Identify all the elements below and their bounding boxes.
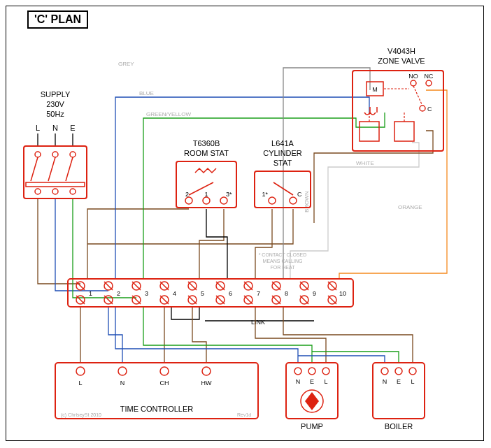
svg-point-16: [185, 197, 192, 204]
svg-rect-28: [360, 122, 379, 141]
svg-point-82: [381, 368, 388, 375]
svg-point-73: [118, 367, 127, 375]
wire-label-orange: ORANGE: [398, 204, 422, 210]
supply-l: L: [36, 124, 40, 132]
wire-label-white: WHITE: [356, 160, 374, 166]
jb-6: 6: [229, 290, 232, 297]
svg-point-74: [160, 367, 169, 375]
supply-e: E: [70, 124, 75, 132]
svg-point-78: [308, 368, 315, 375]
boiler: N E L BOILER: [373, 363, 425, 431]
boiler-name: BOILER: [385, 422, 413, 431]
tc-name: TIME CONTROLLER: [120, 405, 194, 413]
svg-line-7: [31, 157, 38, 181]
jb-9: 9: [313, 290, 316, 297]
wire-label-greenyellow: GREEN/YELLOW: [146, 111, 191, 117]
zv-m: M: [372, 86, 378, 93]
svg-point-18: [220, 197, 227, 204]
cyl-note3: FOR HEAT: [271, 265, 296, 270]
cyl-note1: * CONTACT CLOSED: [259, 252, 307, 257]
cyl-stat-tc: C: [297, 191, 302, 198]
jb-2: 2: [117, 290, 120, 297]
tc-hw: HW: [201, 380, 212, 386]
wire-label-brown: BROWN: [304, 191, 310, 212]
supply-n: N: [52, 124, 58, 132]
credits-rev: Rev1d: [237, 412, 251, 417]
svg-point-84: [409, 368, 416, 375]
jb-4: 4: [173, 290, 176, 297]
svg-point-21: [269, 197, 276, 204]
svg-point-26: [426, 80, 432, 86]
tc-l: L: [78, 380, 82, 386]
wire-label-blue: BLUE: [139, 90, 154, 96]
svg-point-75: [202, 367, 211, 375]
svg-point-77: [294, 368, 301, 375]
jb-7: 7: [257, 290, 260, 297]
cyl-stat-name: CYLINDER: [263, 149, 302, 157]
svg-point-11: [35, 189, 41, 194]
cyl-stat-model: L641A: [271, 139, 294, 147]
credits-copy: (c) ChriseySt 2010: [61, 412, 101, 418]
cyl-stat-name2: STAT: [273, 159, 292, 167]
zv-nc: NC: [425, 73, 434, 80]
room-stat: T6360B ROOM STAT 2 1 3*: [176, 139, 236, 208]
svg-line-15: [189, 182, 213, 195]
svg-point-13: [70, 189, 76, 194]
svg-point-79: [322, 368, 329, 375]
room-stat-name: ROOM STAT: [184, 149, 229, 157]
room-stat-model: T6360B: [193, 139, 220, 147]
cylinder-stat: L641A CYLINDER STAT 1* C * CONTACT CLOSE…: [255, 139, 311, 270]
pump-name: PUMP: [301, 422, 323, 431]
zone-valve: V4043H ZONE VALVE M NO NC C: [353, 47, 443, 151]
jb-3: 3: [145, 290, 148, 297]
svg-line-8: [48, 157, 55, 181]
supply-freq: 50Hz: [46, 110, 64, 118]
tc-n: N: [120, 380, 125, 386]
jb-10: 10: [339, 290, 346, 297]
time-controller: L N CH HW TIME CONTROLLER (c) ChriseySt …: [55, 363, 258, 419]
pump-e: E: [310, 378, 314, 385]
pump: N E L PUMP: [286, 363, 338, 431]
svg-point-22: [290, 197, 297, 204]
zv-c: C: [427, 106, 432, 113]
svg-rect-19: [255, 171, 311, 208]
svg-rect-10: [26, 182, 85, 187]
boiler-e: E: [397, 378, 401, 385]
room-stat-t3: 3*: [226, 191, 232, 198]
link-label: LINK: [251, 319, 265, 326]
svg-point-5: [52, 152, 58, 157]
zv-model: V4043H: [387, 47, 415, 55]
wire-label-grey: GREY: [118, 61, 134, 67]
cyl-note2: MEANS CALLING: [263, 259, 303, 263]
tc-ch: CH: [160, 380, 169, 386]
zv-no: NO: [408, 73, 418, 80]
svg-line-9: [66, 157, 73, 181]
boiler-l: L: [411, 378, 414, 385]
svg-rect-81: [373, 363, 425, 419]
svg-point-83: [395, 368, 402, 375]
svg-point-27: [420, 106, 425, 111]
junction-strip: 1 2 3 4 5 6 7 8 9 10: [68, 279, 353, 307]
svg-point-72: [76, 367, 85, 375]
supply-voltage: 230V: [46, 100, 64, 108]
pump-l: L: [324, 378, 327, 385]
jb-8: 8: [285, 290, 288, 297]
room-stat-t2: 2: [185, 191, 189, 198]
boiler-n: N: [383, 378, 387, 385]
supply-label: SUPPLY: [41, 90, 71, 99]
pump-n: N: [296, 378, 301, 385]
svg-point-17: [203, 197, 210, 204]
diagram-frame: 'C' PLAN GREY BLUE GREEN/YELLOW BROWN WH…: [6, 6, 484, 441]
zv-name: ZONE VALVE: [378, 57, 425, 65]
svg-point-4: [35, 152, 41, 157]
room-stat-t1: 1: [204, 191, 208, 198]
svg-point-6: [70, 152, 76, 157]
diagram-title: 'C' PLAN: [27, 10, 88, 29]
jb-5: 5: [201, 290, 204, 297]
svg-point-12: [52, 189, 58, 194]
svg-rect-29: [394, 122, 414, 141]
jb-1: 1: [89, 290, 92, 297]
svg-point-25: [411, 80, 416, 86]
wiring-diagram: GREY BLUE GREEN/YELLOW BROWN WHITE ORANG…: [6, 6, 483, 440]
supply-block: SUPPLY 230V 50Hz L N E: [24, 90, 87, 198]
